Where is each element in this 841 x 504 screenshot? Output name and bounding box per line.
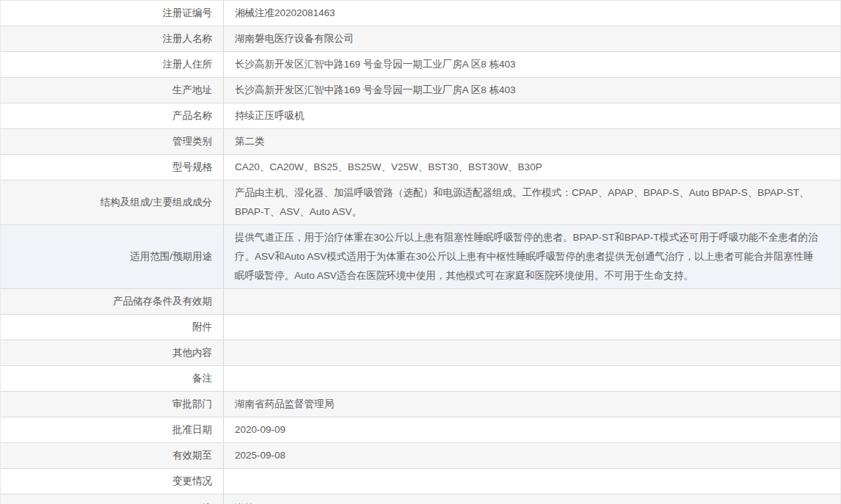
row-value: CA20、CA20W、BS25、BS25W、V25W、BST30、BST30W、… — [224, 155, 840, 180]
registration-detail-page: 注册证编号 湘械注准20202081463 注册人名称 湖南磐电医疗设备有限公司… — [0, 0, 841, 504]
table-row: 附件 — [1, 315, 840, 340]
table-row: 注册人名称 湖南磐电医疗设备有限公司 — [1, 26, 840, 52]
row-label-text: 变更情况 — [172, 472, 212, 491]
row-label-text: 产品储存条件及有效期 — [113, 292, 212, 311]
row-value: 产品由主机、湿化器、加温呼吸管路（选配）和电源适配器组成。工作模式：CPAP、A… — [224, 180, 840, 224]
row-label: 结构及组成/主要组成成分 — [1, 180, 224, 224]
row-label-text: 注册人住所 — [163, 55, 213, 74]
table-row: 其他内容 — [1, 340, 840, 366]
row-label: 有效期至 — [1, 443, 224, 468]
row-label: 注册人名称 — [1, 26, 224, 51]
table-row: 注 详情 — [1, 494, 840, 504]
row-label-text: 管理类别 — [172, 132, 212, 151]
table-row: 产品名称 持续正压呼吸机 — [1, 103, 840, 129]
row-label-text: 审批部门 — [172, 395, 212, 414]
row-label: 附件 — [1, 315, 224, 340]
row-label: 审批部门 — [1, 392, 224, 417]
row-label-text: 注 — [203, 499, 213, 504]
row-value: 湘械注准20202081463 — [224, 1, 840, 26]
row-label-text: 批准日期 — [172, 420, 212, 439]
row-label: 产品储存条件及有效期 — [1, 289, 224, 314]
row-label-text: 产品名称 — [172, 106, 212, 125]
registration-table: 注册证编号 湘械注准20202081463 注册人名称 湖南磐电医疗设备有限公司… — [0, 0, 841, 504]
table-row: 结构及组成/主要组成成分 产品由主机、湿化器、加温呼吸管路（选配）和电源适配器组… — [1, 180, 840, 225]
table-row: 备注 — [1, 366, 840, 392]
table-row: 注册人住所 长沙高新开发区汇智中路169 号金导园一期工业厂房A 区8 栋403 — [1, 52, 840, 78]
row-value: 长沙高新开发区汇智中路169 号金导园一期工业厂房A 区8 栋403 — [224, 78, 840, 103]
table-row: 批准日期 2020-09-09 — [1, 417, 840, 443]
row-label-text: 附件 — [192, 318, 212, 337]
row-label: 型号规格 — [1, 155, 224, 180]
table-row: 型号规格 CA20、CA20W、BS25、BS25W、V25W、BST30、BS… — [1, 155, 840, 180]
row-label: 产品名称 — [1, 103, 224, 128]
row-label: 变更情况 — [1, 469, 224, 494]
table-row: 变更情况 — [1, 469, 840, 494]
row-value — [224, 315, 840, 340]
row-value: 2025-09-08 — [224, 443, 840, 468]
table-row: 产品储存条件及有效期 — [1, 289, 840, 315]
row-label-text: 注册证编号 — [163, 4, 213, 23]
row-value: 湖南省药品监督管理局 — [224, 392, 840, 417]
row-label-text: 型号规格 — [172, 158, 212, 177]
row-label: 注册证编号 — [1, 1, 224, 26]
row-label: 注册人住所 — [1, 52, 224, 77]
row-label: 备注 — [1, 366, 224, 391]
row-label: 管理类别 — [1, 129, 224, 154]
row-label-text: 备注 — [192, 369, 212, 388]
table-row: 审批部门 湖南省药品监督管理局 — [1, 392, 840, 417]
row-value — [224, 340, 840, 365]
row-label: 生产地址 — [1, 78, 224, 103]
row-label-text: 注册人名称 — [163, 29, 213, 48]
row-value: 详情 — [224, 494, 840, 504]
row-label-text: 适用范围/预期用途 — [130, 247, 212, 266]
row-value: 提供气道正压，用于治疗体重在30公斤以上患有阻塞性睡眠呼吸暂停的患者。BPAP-… — [224, 225, 840, 288]
table-row: 生产地址 长沙高新开发区汇智中路169 号金导园一期工业厂房A 区8 栋403 — [1, 78, 840, 103]
row-value: 持续正压呼吸机 — [224, 103, 840, 128]
table-row: 有效期至 2025-09-08 — [1, 443, 840, 469]
table-row: 管理类别 第二类 — [1, 129, 840, 155]
table-row: 注册证编号 湘械注准20202081463 — [1, 1, 840, 26]
row-value — [224, 366, 840, 391]
row-label-text: 结构及组成/主要组成成分 — [101, 193, 212, 212]
row-label-text: 生产地址 — [172, 81, 212, 100]
row-value: 长沙高新开发区汇智中路169 号金导园一期工业厂房A 区8 栋403 — [224, 52, 840, 77]
row-label-text: 其他内容 — [172, 343, 212, 362]
row-label-text: 有效期至 — [172, 446, 212, 465]
details-link[interactable]: 详情 — [235, 499, 255, 504]
row-label: 其他内容 — [1, 340, 224, 365]
row-label: 注 — [1, 494, 224, 504]
row-label: 批准日期 — [1, 417, 224, 442]
row-value — [224, 289, 840, 314]
row-value: 湖南磐电医疗设备有限公司 — [224, 26, 840, 51]
row-value: 2020-09-09 — [224, 417, 840, 442]
row-label: 适用范围/预期用途 — [1, 225, 224, 288]
table-row: 适用范围/预期用途 提供气道正压，用于治疗体重在30公斤以上患有阻塞性睡眠呼吸暂… — [1, 225, 840, 289]
row-value — [224, 469, 840, 494]
row-value: 第二类 — [224, 129, 840, 154]
